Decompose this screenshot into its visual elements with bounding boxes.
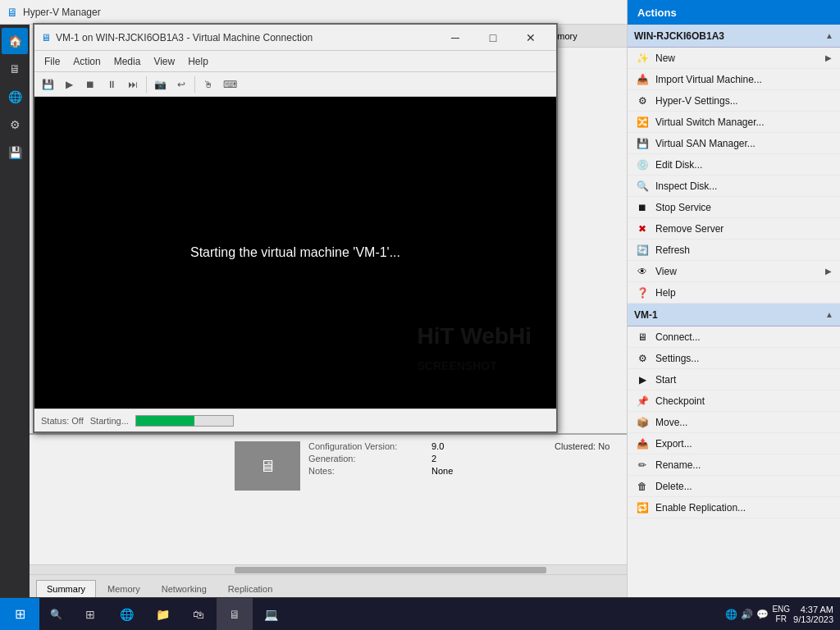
tb-ctrl-alt-del-icon[interactable]: ⌨ [220, 75, 240, 94]
details-scrollbar[interactable] [30, 564, 627, 574]
clock[interactable]: 4:37 AM 9/13/2023 [793, 605, 833, 624]
action-checkpoint[interactable]: 📌 Checkpoint [628, 390, 840, 412]
sidebar-server-icon[interactable]: 🖥 [2, 56, 28, 82]
action-import-vm-label: Import Virtual Machine... [655, 74, 762, 85]
action-hyperv-settings[interactable]: ⚙ Hyper-V Settings... [628, 90, 840, 112]
action-start[interactable]: ▶ Start [628, 369, 840, 390]
actions-title: Actions [628, 0, 840, 25]
tab-networking[interactable]: Networking [152, 581, 217, 597]
language-indicator[interactable]: ENGFR [772, 605, 790, 624]
tab-memory[interactable]: Memory [98, 581, 150, 597]
host-section-header[interactable]: WIN-RJCKI6OB1A3 ▲ [628, 25, 840, 48]
vm-generation-label: Generation: [308, 454, 431, 463]
action-remove-server[interactable]: ✖ Remove Server [628, 218, 840, 240]
action-inspect-disk[interactable]: 🔍 Inspect Disk... [628, 176, 840, 197]
vm-details-tabs: Summary Memory Networking Replication [30, 574, 627, 597]
taskbar-explorer-icon[interactable]: 📁 [144, 598, 180, 631]
action-help-host-label: Help [655, 287, 676, 299]
sidebar-network-icon[interactable]: 🌐 [2, 84, 28, 110]
vm-config-version-label: Configuration Version: [308, 441, 431, 451]
vm-window-title: VM-1 on WIN-RJCKI6OB1A3 - Virtual Machin… [56, 32, 436, 43]
scrollbar-thumb[interactable] [235, 567, 546, 573]
start-button[interactable]: ⊞ [0, 598, 39, 631]
tb-snapshot-icon[interactable]: 📷 [150, 75, 170, 94]
taskbar-right: 🌐 🔊 💬 ENGFR 4:37 AM 9/13/2023 [725, 605, 840, 624]
rename-icon: ✏ [636, 459, 649, 471]
tb-resume-icon[interactable]: ⏭ [123, 75, 143, 94]
search-icon: 🔍 [50, 609, 62, 620]
hyperv-title: Hyper-V Manager [23, 7, 720, 18]
start-icon: ⊞ [15, 606, 25, 622]
action-vm-settings[interactable]: ⚙ Settings... [628, 348, 840, 369]
checkpoint-icon: 📌 [636, 395, 649, 407]
sidebar-settings-icon[interactable]: ⚙ [2, 112, 28, 138]
tray-network-icon[interactable]: 🌐 [725, 609, 737, 620]
tb-stop-icon[interactable]: ⏹ [80, 75, 100, 94]
tray-volume-icon[interactable]: 🔊 [741, 609, 753, 620]
tb-save-icon[interactable]: 💾 [38, 75, 57, 94]
action-view[interactable]: 👁 View ▶ [628, 261, 840, 282]
action-connect[interactable]: 🖥 Connect... [628, 326, 840, 348]
tb-pause-icon[interactable]: ⏸ [102, 75, 121, 94]
clustered-info: Clustered: No [555, 441, 623, 451]
tb-play-icon[interactable]: ▶ [59, 75, 79, 94]
action-rename-label: Rename... [655, 459, 701, 471]
sidebar-home-icon[interactable]: 🏠 [2, 28, 28, 54]
action-vswitch-manager[interactable]: 🔀 Virtual Switch Manager... [628, 112, 840, 133]
action-start-label: Start [655, 374, 676, 386]
vm-menu-help[interactable]: Help [181, 54, 215, 69]
action-edit-disk[interactable]: 💿 Edit Disk... [628, 154, 840, 176]
action-help-host[interactable]: ❓ Help [628, 282, 840, 304]
hyperv-icon: 🖥 [7, 6, 18, 19]
tray-action-center-icon[interactable]: 💬 [756, 609, 769, 620]
action-refresh-label: Refresh [655, 244, 690, 256]
import-vm-icon: 📥 [636, 74, 649, 85]
action-inspect-disk-label: Inspect Disk... [655, 180, 717, 192]
taskbar-hyperv-icon[interactable]: 🖥 [217, 598, 253, 631]
action-delete[interactable]: 🗑 Delete... [628, 476, 840, 497]
vm-progress-bar [135, 415, 234, 427]
action-stop-service[interactable]: ⏹ Stop Service [628, 197, 840, 218]
vm-menu-file[interactable]: File [38, 54, 66, 69]
tab-summary[interactable]: Summary [36, 580, 96, 597]
taskbar-time: 4:37 AM [801, 605, 833, 614]
vm-statusbar: Status: Off Starting... [34, 409, 556, 431]
taskbar-powershell-icon[interactable]: 💻 [253, 598, 289, 631]
vm-maximize-button[interactable]: □ [474, 25, 512, 50]
inspect-disk-icon: 🔍 [636, 180, 649, 192]
action-export[interactable]: 📤 Export... [628, 433, 840, 454]
hyperv-settings-icon: ⚙ [636, 95, 649, 107]
action-checkpoint-label: Checkpoint [655, 395, 705, 407]
vm-screen[interactable]: Starting the virtual machine 'VM-1'... H… [34, 97, 556, 409]
vm-minimize-button[interactable]: ─ [436, 25, 474, 50]
vm-menu-media[interactable]: Media [107, 54, 148, 69]
vm-menu-view[interactable]: View [147, 54, 181, 69]
action-refresh[interactable]: 🔄 Refresh [628, 240, 840, 261]
action-enable-replication[interactable]: 🔁 Enable Replication... [628, 497, 840, 518]
action-move[interactable]: 📦 Move... [628, 412, 840, 433]
system-tray: 🌐 🔊 💬 [725, 609, 769, 620]
action-vm-settings-label: Settings... [655, 353, 699, 364]
tab-replication[interactable]: Replication [218, 581, 282, 597]
taskbar-search-button[interactable]: 🔍 [39, 598, 72, 631]
action-import-vm[interactable]: 📥 Import Virtual Machine... [628, 69, 840, 90]
action-vsan-manager[interactable]: 💾 Virtual SAN Manager... [628, 133, 840, 154]
taskbar-ie-icon[interactable]: 🌐 [108, 598, 144, 631]
action-new[interactable]: ✨ New ▶ [628, 48, 840, 69]
toolbar-separator-2 [194, 76, 195, 93]
action-vsan-label: Virtual SAN Manager... [655, 138, 756, 149]
host-section-label: WIN-RJCKI6OB1A3 [634, 30, 724, 42]
stop-service-icon: ⏹ [636, 202, 649, 213]
vm-window-icon: 🖥 [41, 32, 51, 43]
delete-icon: 🗑 [636, 481, 649, 492]
vm-menu-action[interactable]: Action [66, 54, 107, 69]
vm-close-button[interactable]: ✕ [512, 25, 550, 50]
action-rename[interactable]: ✏ Rename... [628, 454, 840, 476]
tb-revert-icon[interactable]: ↩ [171, 75, 191, 94]
tb-enhanced-icon[interactable]: 🖱 [199, 75, 218, 94]
taskbar-store-icon[interactable]: 🛍 [180, 598, 217, 631]
actions-panel: Actions WIN-RJCKI6OB1A3 ▲ ✨ New ▶ 📥 Impo… [627, 0, 840, 597]
vm-section-header[interactable]: VM-1 ▲ [628, 304, 840, 326]
sidebar-storage-icon[interactable]: 💾 [2, 139, 28, 166]
taskbar-task-view[interactable]: ⊞ [72, 598, 108, 631]
